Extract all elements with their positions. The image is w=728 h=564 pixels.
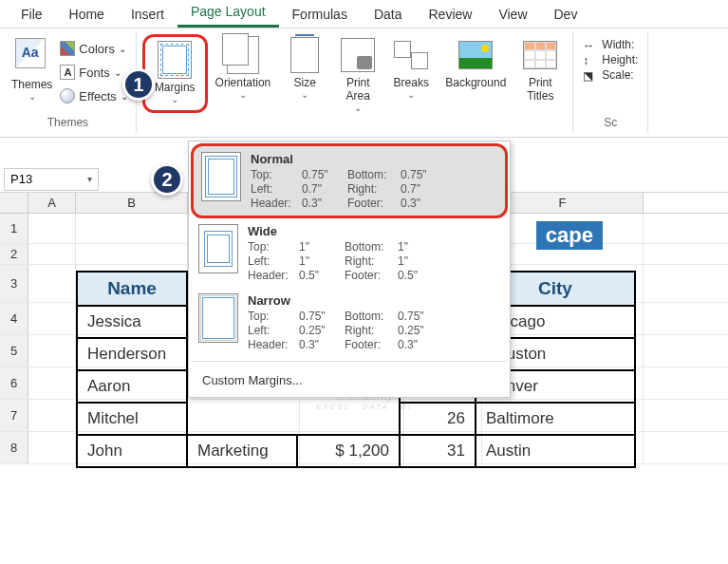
label: Footer: [345,269,398,282]
col-header-a[interactable]: A [28,193,76,213]
breaks-button[interactable]: Breaks ⌄ [384,34,438,103]
row-header[interactable]: 5 [0,335,28,367]
value: 0.25" [398,324,439,337]
height-icon: ↕ [583,54,598,66]
label: Bottom: [345,240,398,254]
print-area-button[interactable]: Print Area ⌄ [331,34,384,117]
margins-option-normal[interactable]: Normal Top:0.75"Bottom:0.75" Left:0.7"Ri… [191,143,508,218]
row-header[interactable]: 4 [0,303,28,334]
cell-city[interactable]: Baltimore [476,403,635,435]
cell-sal[interactable]: $ 1,200 [297,435,400,467]
cell[interactable] [187,403,297,435]
row-header[interactable]: 8 [0,432,28,463]
cell-name[interactable]: John [77,435,187,467]
margins-wide-icon [198,224,238,273]
effects-icon [60,88,75,103]
cell-name[interactable]: Jessica [77,306,187,338]
cell[interactable] [28,400,76,431]
chevron-down-icon: ⌄ [354,103,362,113]
row-header[interactable]: 7 [0,400,28,431]
background-label: Background [445,76,506,89]
tab-file[interactable]: File [8,1,56,28]
chevron-down-icon: ⌄ [239,89,247,100]
cell-age[interactable]: 31 [400,435,476,467]
cell-name[interactable]: Henderson [77,338,187,370]
fonts-icon: A [60,65,75,80]
name-box[interactable]: P13▾ [4,168,99,191]
label: Top: [251,168,302,181]
margins-normal-icon [201,152,241,201]
ribbon: Aa Themes ⌄ Colors⌄ AFonts⌄ Effects⌄ The… [0,28,728,138]
cell[interactable] [76,244,188,264]
orientation-button[interactable]: Orientation ⌄ [208,34,279,103]
tab-home[interactable]: Home [56,1,118,28]
tab-review[interactable]: Review [416,1,486,28]
effects-button[interactable]: Effects⌄ [60,85,128,106]
margins-option-wide[interactable]: Wide Top:1"Bottom:1" Left:1"Right:1" Hea… [191,218,508,288]
row-header[interactable]: 3 [0,265,28,302]
row-header[interactable]: 6 [0,367,28,399]
col-header-b[interactable]: B [76,193,188,213]
chevron-down-icon: ⌄ [171,94,178,104]
size-label: Size [294,76,316,89]
margins-wide-title: Wide [248,224,500,238]
themes-label: Themes [11,78,52,91]
margins-dropdown: Normal Top:0.75"Bottom:0.75" Left:0.7"Ri… [188,141,511,398]
cell-name[interactable]: Aaron [77,370,187,403]
cell[interactable] [76,214,188,243]
label: Footer: [347,197,401,210]
cell[interactable] [28,367,76,399]
chevron-down-icon: ⌄ [301,89,308,100]
cell-dept[interactable]: Marketing [187,435,297,467]
cell-name[interactable]: Mitchel [77,403,187,435]
cell[interactable] [28,265,76,302]
value: 0.75" [401,168,442,181]
tab-formulas[interactable]: Formulas [279,1,361,28]
row-header[interactable]: 1 [0,214,28,243]
separator [191,361,508,362]
height-option[interactable]: ↕Height: [583,53,638,66]
colors-button[interactable]: Colors⌄ [60,38,128,59]
background-button[interactable]: Background [438,34,513,93]
name-box-value: P13 [10,172,32,186]
tab-insert[interactable]: Insert [118,1,177,28]
size-button[interactable]: Size ⌄ [278,34,331,103]
tab-developer[interactable]: Dev [541,1,591,28]
tab-data[interactable]: Data [361,1,416,28]
margins-icon [158,41,192,79]
width-option[interactable]: ↔Width: [583,38,638,51]
cell-age[interactable]: 26 [400,403,476,435]
cell[interactable] [297,403,400,435]
print-titles-button[interactable]: Print Titles [513,34,567,106]
tab-view[interactable]: View [485,1,540,28]
label: Right: [347,182,401,196]
scale-label: Scale: [602,68,633,82]
themes-button[interactable]: Aa Themes ⌄ [6,34,58,105]
cell[interactable] [28,432,76,463]
value: 0.7" [401,182,442,196]
select-all-corner[interactable] [0,193,28,213]
row-header[interactable]: 2 [0,244,28,264]
print-area-icon [341,38,375,72]
fonts-button[interactable]: AFonts⌄ [60,62,128,83]
tab-page-layout[interactable]: Page Layout [177,0,279,28]
cell[interactable] [28,244,76,264]
cell[interactable] [28,335,76,367]
margins-button[interactable]: Margins ⌄ [147,39,203,108]
value: 0.3" [299,338,345,351]
scale-option[interactable]: ⬔Scale: [583,68,638,82]
orientation-icon [227,36,259,74]
orientation-label: Orientation [215,76,271,89]
label: Left: [251,182,302,196]
label: Left: [248,254,299,268]
label: Footer: [345,338,398,351]
margins-option-narrow[interactable]: Narrow Top:0.75"Bottom:0.75" Left:0.25"R… [191,288,508,357]
scale-icon: ⬔ [583,69,598,81]
value: 1" [398,254,439,268]
custom-margins-button[interactable]: Custom Margins... [191,366,508,395]
cell[interactable] [28,214,76,243]
width-icon: ↔ [583,39,598,50]
chevron-down-icon: ⌄ [407,89,415,100]
cell[interactable] [28,303,76,334]
cell-city[interactable]: Austin [476,435,635,467]
